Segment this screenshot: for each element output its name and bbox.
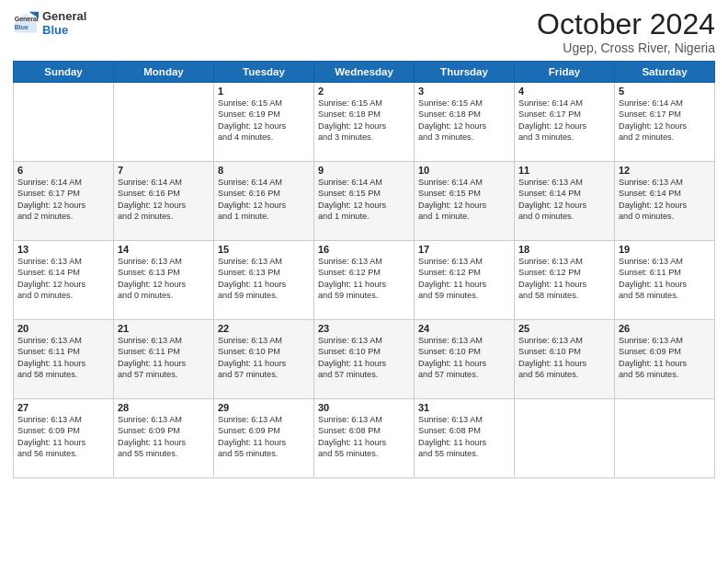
day-info: Sunrise: 6:14 AM Sunset: 6:16 PM Dayligh… — [218, 177, 310, 223]
calendar-cell: 15Sunrise: 6:13 AM Sunset: 6:13 PM Dayli… — [214, 241, 314, 320]
day-info: Sunrise: 6:13 AM Sunset: 6:12 PM Dayligh… — [318, 256, 410, 302]
svg-text:General: General — [15, 16, 39, 22]
calendar-cell: 8Sunrise: 6:14 AM Sunset: 6:16 PM Daylig… — [214, 162, 314, 241]
calendar-cell: 25Sunrise: 6:13 AM Sunset: 6:10 PM Dayli… — [515, 320, 615, 399]
day-info: Sunrise: 6:15 AM Sunset: 6:18 PM Dayligh… — [418, 98, 510, 144]
calendar-cell: 28Sunrise: 6:13 AM Sunset: 6:09 PM Dayli… — [114, 399, 214, 478]
calendar-cell: 9Sunrise: 6:14 AM Sunset: 6:15 PM Daylig… — [314, 162, 415, 241]
day-number: 8 — [218, 165, 310, 176]
month-title: October 2024 — [537, 9, 715, 39]
location: Ugep, Cross River, Nigeria — [537, 40, 715, 55]
calendar-week-row: 13Sunrise: 6:13 AM Sunset: 6:14 PM Dayli… — [14, 241, 715, 320]
svg-text:Blue: Blue — [15, 24, 28, 30]
day-info: Sunrise: 6:13 AM Sunset: 6:09 PM Dayligh… — [619, 335, 711, 381]
calendar-cell: 17Sunrise: 6:13 AM Sunset: 6:12 PM Dayli… — [415, 241, 515, 320]
day-number: 18 — [518, 244, 610, 255]
day-info: Sunrise: 6:13 AM Sunset: 6:13 PM Dayligh… — [218, 256, 310, 302]
day-number: 31 — [418, 402, 510, 413]
day-info: Sunrise: 6:13 AM Sunset: 6:11 PM Dayligh… — [17, 335, 109, 381]
day-info: Sunrise: 6:13 AM Sunset: 6:08 PM Dayligh… — [318, 414, 410, 460]
day-number: 26 — [619, 323, 711, 334]
calendar-cell: 24Sunrise: 6:13 AM Sunset: 6:10 PM Dayli… — [415, 320, 515, 399]
day-info: Sunrise: 6:13 AM Sunset: 6:08 PM Dayligh… — [418, 414, 510, 460]
day-number: 10 — [418, 165, 510, 176]
calendar-cell — [14, 83, 114, 162]
day-info: Sunrise: 6:13 AM Sunset: 6:09 PM Dayligh… — [218, 414, 310, 460]
logo-icon: General Blue — [13, 10, 39, 36]
day-info: Sunrise: 6:15 AM Sunset: 6:19 PM Dayligh… — [218, 98, 310, 144]
day-info: Sunrise: 6:14 AM Sunset: 6:15 PM Dayligh… — [418, 177, 510, 223]
title-block: October 2024 Ugep, Cross River, Nigeria — [537, 9, 715, 55]
calendar-cell: 23Sunrise: 6:13 AM Sunset: 6:10 PM Dayli… — [314, 320, 415, 399]
day-info: Sunrise: 6:13 AM Sunset: 6:14 PM Dayligh… — [17, 256, 109, 302]
calendar-cell: 12Sunrise: 6:13 AM Sunset: 6:14 PM Dayli… — [615, 162, 715, 241]
day-number: 24 — [418, 323, 510, 334]
day-number: 6 — [17, 165, 109, 176]
day-info: Sunrise: 6:13 AM Sunset: 6:14 PM Dayligh… — [518, 177, 610, 223]
calendar-cell: 22Sunrise: 6:13 AM Sunset: 6:10 PM Dayli… — [214, 320, 314, 399]
calendar-cell: 7Sunrise: 6:14 AM Sunset: 6:16 PM Daylig… — [114, 162, 214, 241]
day-number: 30 — [318, 402, 410, 413]
day-info: Sunrise: 6:14 AM Sunset: 6:17 PM Dayligh… — [619, 98, 711, 144]
calendar-cell: 5Sunrise: 6:14 AM Sunset: 6:17 PM Daylig… — [615, 83, 715, 162]
day-number: 23 — [318, 323, 410, 334]
day-number: 29 — [218, 402, 310, 413]
day-info: Sunrise: 6:14 AM Sunset: 6:15 PM Dayligh… — [318, 177, 410, 223]
day-info: Sunrise: 6:14 AM Sunset: 6:16 PM Dayligh… — [118, 177, 210, 223]
calendar-cell: 26Sunrise: 6:13 AM Sunset: 6:09 PM Dayli… — [615, 320, 715, 399]
day-number: 11 — [518, 165, 610, 176]
calendar-cell: 18Sunrise: 6:13 AM Sunset: 6:12 PM Dayli… — [515, 241, 615, 320]
day-number: 20 — [17, 323, 109, 334]
calendar-cell — [114, 83, 214, 162]
page: General Blue General Blue October 2024 U… — [0, 0, 728, 563]
day-info: Sunrise: 6:15 AM Sunset: 6:18 PM Dayligh… — [318, 98, 410, 144]
calendar-cell: 10Sunrise: 6:14 AM Sunset: 6:15 PM Dayli… — [415, 162, 515, 241]
day-number: 9 — [318, 165, 410, 176]
col-sunday: Sunday — [14, 62, 114, 83]
calendar-cell: 3Sunrise: 6:15 AM Sunset: 6:18 PM Daylig… — [415, 83, 515, 162]
calendar-cell: 11Sunrise: 6:13 AM Sunset: 6:14 PM Dayli… — [515, 162, 615, 241]
day-number: 25 — [518, 323, 610, 334]
day-number: 14 — [118, 244, 210, 255]
col-monday: Monday — [114, 62, 214, 83]
calendar-week-row: 6Sunrise: 6:14 AM Sunset: 6:17 PM Daylig… — [14, 162, 715, 241]
day-info: Sunrise: 6:14 AM Sunset: 6:17 PM Dayligh… — [518, 98, 610, 144]
calendar-cell: 13Sunrise: 6:13 AM Sunset: 6:14 PM Dayli… — [14, 241, 114, 320]
calendar-cell — [615, 399, 715, 478]
logo: General Blue General Blue — [13, 9, 86, 37]
day-number: 12 — [619, 165, 711, 176]
col-tuesday: Tuesday — [214, 62, 314, 83]
day-number: 22 — [218, 323, 310, 334]
calendar-week-row: 1Sunrise: 6:15 AM Sunset: 6:19 PM Daylig… — [14, 83, 715, 162]
day-number: 16 — [318, 244, 410, 255]
day-info: Sunrise: 6:13 AM Sunset: 6:09 PM Dayligh… — [17, 414, 109, 460]
day-number: 15 — [218, 244, 310, 255]
calendar-cell: 19Sunrise: 6:13 AM Sunset: 6:11 PM Dayli… — [615, 241, 715, 320]
day-info: Sunrise: 6:13 AM Sunset: 6:11 PM Dayligh… — [118, 335, 210, 381]
col-wednesday: Wednesday — [314, 62, 415, 83]
day-number: 1 — [218, 86, 310, 97]
calendar-cell: 4Sunrise: 6:14 AM Sunset: 6:17 PM Daylig… — [515, 83, 615, 162]
col-friday: Friday — [515, 62, 615, 83]
day-info: Sunrise: 6:13 AM Sunset: 6:10 PM Dayligh… — [518, 335, 610, 381]
day-info: Sunrise: 6:13 AM Sunset: 6:09 PM Dayligh… — [118, 414, 210, 460]
calendar-cell: 16Sunrise: 6:13 AM Sunset: 6:12 PM Dayli… — [314, 241, 415, 320]
day-number: 2 — [318, 86, 410, 97]
calendar-cell: 2Sunrise: 6:15 AM Sunset: 6:18 PM Daylig… — [314, 83, 415, 162]
col-saturday: Saturday — [615, 62, 715, 83]
day-info: Sunrise: 6:13 AM Sunset: 6:14 PM Dayligh… — [619, 177, 711, 223]
day-number: 21 — [118, 323, 210, 334]
day-number: 5 — [619, 86, 711, 97]
day-info: Sunrise: 6:13 AM Sunset: 6:10 PM Dayligh… — [418, 335, 510, 381]
calendar-cell: 20Sunrise: 6:13 AM Sunset: 6:11 PM Dayli… — [14, 320, 114, 399]
calendar-cell: 14Sunrise: 6:13 AM Sunset: 6:13 PM Dayli… — [114, 241, 214, 320]
calendar-cell: 6Sunrise: 6:14 AM Sunset: 6:17 PM Daylig… — [14, 162, 114, 241]
calendar-week-row: 27Sunrise: 6:13 AM Sunset: 6:09 PM Dayli… — [14, 399, 715, 478]
calendar-cell: 30Sunrise: 6:13 AM Sunset: 6:08 PM Dayli… — [314, 399, 415, 478]
day-info: Sunrise: 6:13 AM Sunset: 6:10 PM Dayligh… — [218, 335, 310, 381]
day-number: 17 — [418, 244, 510, 255]
day-number: 7 — [118, 165, 210, 176]
day-info: Sunrise: 6:14 AM Sunset: 6:17 PM Dayligh… — [17, 177, 109, 223]
calendar: Sunday Monday Tuesday Wednesday Thursday… — [13, 61, 715, 478]
day-info: Sunrise: 6:13 AM Sunset: 6:13 PM Dayligh… — [118, 256, 210, 302]
